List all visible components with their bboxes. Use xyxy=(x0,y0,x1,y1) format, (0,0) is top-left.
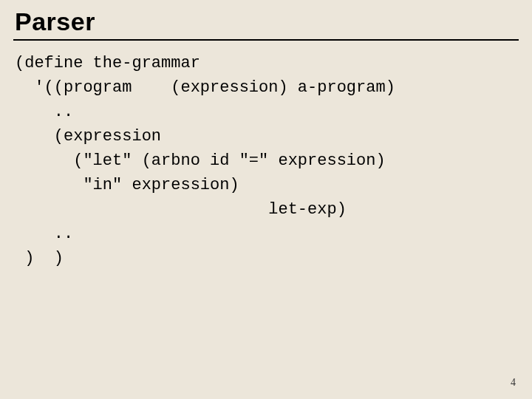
title-rule xyxy=(13,39,519,41)
page-number: 4 xyxy=(511,377,516,389)
code-line: .. xyxy=(15,103,73,121)
code-line: let-exp) xyxy=(15,200,347,219)
slide: Parser (define the-grammar '((program (e… xyxy=(0,0,532,399)
code-block: (define the-grammar '((program (expressi… xyxy=(15,51,519,270)
code-line: (expression xyxy=(15,127,161,146)
slide-title: Parser xyxy=(15,7,519,36)
code-line: "in" expression) xyxy=(15,176,239,194)
code-line: ("let" (arbno id "=" expression) xyxy=(15,151,386,170)
code-line: ) ) xyxy=(15,249,64,267)
code-line: .. xyxy=(15,225,73,243)
code-line: '((program (expression) a-program) xyxy=(15,78,395,97)
code-line: (define the-grammar xyxy=(15,54,200,72)
